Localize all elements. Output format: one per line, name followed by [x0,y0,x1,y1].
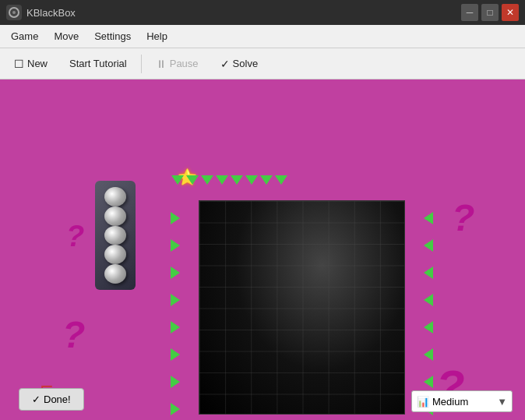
arrow-left-4[interactable] [171,294,180,306]
black-box[interactable] [199,200,405,415]
maximize-button[interactable]: □ [481,4,499,21]
arrow-left-1[interactable] [171,212,180,224]
difficulty-dropdown[interactable]: 📊 Medium ▼ [411,390,513,412]
toolbar-separator [141,55,142,73]
arrow-top-7[interactable] [260,175,273,185]
ball-3 [104,226,126,245]
svg-point-2 [12,11,16,14]
arrows-right [417,204,440,420]
minimize-button[interactable]: ─ [461,4,478,21]
menu-help[interactable]: Help [139,27,175,45]
titlebar-left: KBlackBox [6,5,76,20]
ball-5 [104,264,126,284]
window-title: KBlackBox [26,7,76,19]
start-tutorial-button[interactable]: Start Tutorial [62,55,135,72]
solve-button[interactable]: ✓ Solve [213,55,266,73]
window-controls: ─ □ ✕ [461,4,519,21]
arrow-top-8[interactable] [275,175,287,185]
game-area: ? ? ? ? ⭐ ⌐ [0,79,525,420]
arrow-right-2[interactable] [424,239,433,252]
new-icon: ☐ [14,58,24,70]
arrows-top [171,171,421,189]
new-button[interactable]: ☐ New [6,55,55,73]
arrow-right-5[interactable] [424,321,433,334]
solve-label: Solve [233,58,259,69]
arrow-top-2[interactable] [186,175,199,185]
arrows-left [164,204,187,420]
menu-move[interactable]: Move [46,27,86,45]
arrow-right-3[interactable] [424,266,433,279]
arrow-left-7[interactable] [171,376,180,388]
arrow-left-2[interactable] [171,239,180,252]
arrow-right-1[interactable] [424,212,433,224]
arrow-top-5[interactable] [231,175,243,185]
arrow-left-3[interactable] [171,266,180,279]
toolbar: ☐ New Start Tutorial ⏸ Pause ✓ Solve [0,48,525,79]
dropdown-arrow-icon: ▼ [497,396,507,408]
solve-icon: ✓ [220,58,230,70]
bg-qmark-2: ? [452,196,474,239]
ball-4 [104,245,126,264]
arrow-top-6[interactable] [245,175,258,185]
new-label: New [27,58,48,69]
menu-settings[interactable]: Settings [86,27,139,45]
title-bar: KBlackBox ─ □ ✕ [0,0,525,25]
arrow-left-8[interactable] [171,403,180,415]
ball-tray [95,181,136,290]
close-button[interactable]: ✕ [502,4,519,21]
ball-1 [104,187,126,206]
app-icon [6,5,22,20]
bg-qmark-1: ? [62,313,85,356]
grid-overlay [199,201,404,414]
arrow-left-6[interactable] [171,348,180,361]
pause-label: Pause [170,58,199,69]
done-button[interactable]: ✓ Done! [19,388,84,411]
arrow-right-4[interactable] [424,294,433,306]
bg-qmark-4: ? [66,220,84,253]
arrow-top-4[interactable] [216,175,228,185]
arrow-top-1[interactable] [171,175,184,185]
pause-button[interactable]: ⏸ Pause [148,55,206,73]
arrow-right-6[interactable] [424,348,433,361]
menu-game[interactable]: Game [3,27,46,45]
arrow-right-7[interactable] [424,376,433,388]
start-tutorial-label: Start Tutorial [69,58,127,69]
done-check-icon: ✓ [32,394,41,405]
ball-2 [104,206,126,226]
done-label: Done! [44,394,71,405]
arrow-top-3[interactable] [201,175,213,185]
difficulty-label: Medium [432,396,494,408]
arrow-left-5[interactable] [171,321,180,334]
pause-icon: ⏸ [156,58,167,70]
menu-bar: Game Move Settings Help [0,25,525,48]
difficulty-icon: 📊 [417,396,429,408]
